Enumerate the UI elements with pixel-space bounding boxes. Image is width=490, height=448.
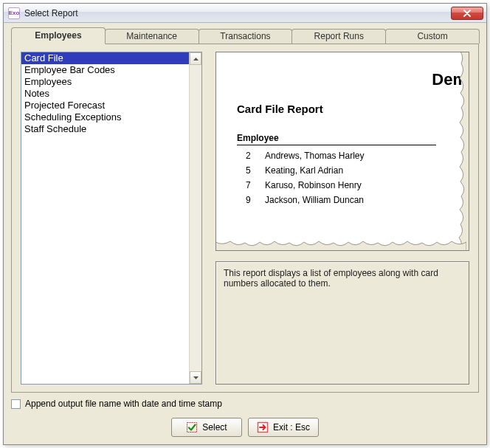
- preview-row-name: Jackson, William Duncan: [265, 193, 469, 207]
- preview-row-id: 7: [237, 178, 265, 193]
- list-item[interactable]: Employees: [21, 76, 189, 88]
- chevron-down-icon: [193, 376, 199, 379]
- preview-row: 2 Andrews, Thomas Harley: [237, 148, 469, 163]
- exit-button[interactable]: Exit : Esc: [248, 418, 319, 437]
- tab-body: Card File Employee Bar Codes Employees N…: [11, 44, 479, 393]
- tab-custom[interactable]: Custom: [385, 29, 480, 44]
- scroll-up-button[interactable]: [190, 52, 201, 65]
- append-timestamp-row: Append output file name with date and ti…: [11, 399, 479, 409]
- window-title: Select Report: [24, 8, 451, 18]
- listbox-scrollbar[interactable]: [189, 52, 201, 384]
- list-item[interactable]: Notes: [21, 88, 189, 100]
- select-button-label: Select: [202, 422, 227, 433]
- preview-row-id: 2: [237, 148, 265, 163]
- list-item[interactable]: Scheduling Exceptions: [21, 111, 189, 123]
- right-column: Dem Card File Report Employee 2 Andrews,…: [215, 52, 469, 385]
- append-timestamp-label: Append output file name with date and ti…: [25, 399, 222, 409]
- tab-maintenance[interactable]: Maintenance: [105, 29, 199, 44]
- list-item[interactable]: Employee Bar Codes: [21, 64, 189, 76]
- titlebar: Exo Select Report: [4, 4, 486, 23]
- close-button[interactable]: [451, 7, 483, 20]
- preview-column-header: Employee: [237, 133, 469, 143]
- left-column: Card File Employee Bar Codes Employees N…: [21, 52, 202, 385]
- list-item[interactable]: Staff Schedule: [21, 123, 189, 135]
- tab-report-runs[interactable]: Report Runs: [291, 29, 386, 44]
- chevron-up-icon: [193, 58, 199, 61]
- preview-report-title: Card File Report: [237, 103, 469, 115]
- tab-employees[interactable]: Employees: [11, 27, 106, 44]
- append-timestamp-checkbox[interactable]: [11, 399, 21, 409]
- list-item[interactable]: Card File: [21, 52, 189, 64]
- preview-row: 7 Karuso, Robinson Henry: [237, 178, 469, 193]
- preview-row-name: Karuso, Robinson Henry: [265, 178, 469, 193]
- close-icon: [463, 10, 471, 17]
- preview-row-name: Keating, Karl Adrian: [265, 163, 469, 178]
- app-icon: Exo: [8, 7, 20, 19]
- select-report-window: Exo Select Report Employees Maintenance …: [3, 3, 487, 445]
- preview-row-name: Andrews, Thomas Harley: [265, 148, 469, 163]
- scroll-track[interactable]: [190, 65, 201, 371]
- preview-row-id: 9: [237, 193, 265, 207]
- listbox-inner: Card File Employee Bar Codes Employees N…: [21, 52, 189, 384]
- button-row: Select Exit : Esc: [11, 418, 479, 437]
- report-description: This report displays a list of employees…: [215, 261, 469, 385]
- preview-brand-fragment: Dem: [432, 70, 467, 89]
- report-listbox[interactable]: Card File Employee Bar Codes Employees N…: [21, 52, 202, 385]
- select-button[interactable]: Select: [171, 418, 242, 437]
- client-area: Employees Maintenance Transactions Repor…: [4, 23, 486, 444]
- preview-row: 9 Jackson, William Duncan: [237, 193, 469, 207]
- list-item[interactable]: Projected Forecast: [21, 100, 189, 111]
- tab-transactions[interactable]: Transactions: [199, 29, 293, 44]
- preview-row: 5 Keating, Karl Adrian: [237, 163, 469, 178]
- preview-content: Dem Card File Report Employee 2 Andrews,…: [237, 66, 469, 250]
- preview-divider: [237, 145, 436, 145]
- preview-row-id: 5: [237, 163, 265, 178]
- report-preview: Dem Card File Report Employee 2 Andrews,…: [215, 52, 469, 251]
- tab-bar: Employees Maintenance Transactions Repor…: [11, 27, 479, 44]
- check-icon: [186, 421, 198, 433]
- exit-button-label: Exit : Esc: [273, 422, 310, 433]
- exit-icon: [257, 421, 269, 433]
- scroll-down-button[interactable]: [190, 371, 201, 384]
